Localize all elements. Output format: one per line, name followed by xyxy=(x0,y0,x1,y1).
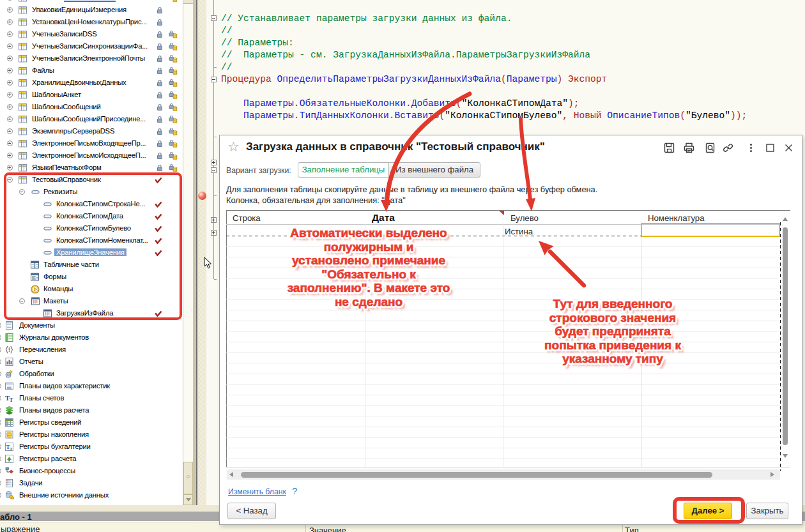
svg-text:T: T xyxy=(10,446,13,451)
svg-text:T: T xyxy=(10,397,13,402)
